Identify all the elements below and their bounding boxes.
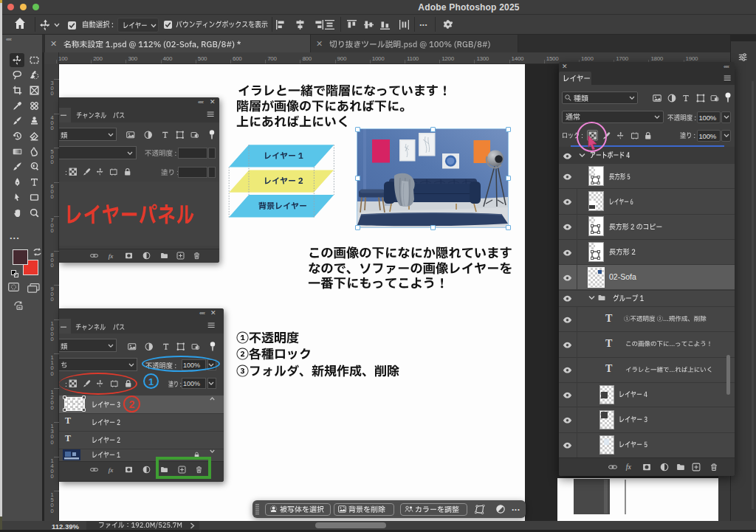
svg-text:fx: fx bbox=[109, 252, 113, 260]
svg-text:fx: fx bbox=[626, 463, 632, 471]
svg-text:fx: fx bbox=[109, 466, 113, 474]
